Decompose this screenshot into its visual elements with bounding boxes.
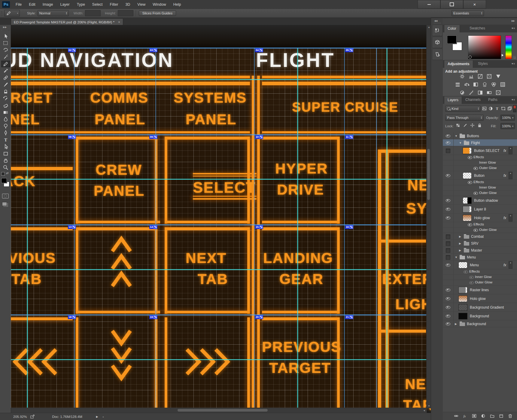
layer-row-outer-glow[interactable]: Outer Glow xyxy=(443,280,517,286)
visibility-cell[interactable] xyxy=(443,185,454,190)
effect-eye-icon[interactable] xyxy=(473,192,478,195)
visibility-cell[interactable] xyxy=(443,228,454,233)
visibility-checkbox[interactable] xyxy=(446,255,450,260)
tab-paths[interactable]: Paths xyxy=(485,96,501,104)
effect-eye-icon[interactable] xyxy=(473,167,478,170)
default-colors-icon[interactable]: ⇄ xyxy=(6,171,8,175)
layer-thumbnail[interactable] xyxy=(463,197,472,204)
new-adjustment-button[interactable] xyxy=(481,413,486,418)
menu-select[interactable]: Select xyxy=(89,0,106,9)
layer-thumbnail[interactable] xyxy=(458,304,467,311)
group-collapsed-icon[interactable]: ▶ xyxy=(459,249,461,252)
path-select-tool[interactable] xyxy=(1,144,10,150)
zoom-tool[interactable] xyxy=(1,164,10,171)
type-tool[interactable]: T xyxy=(1,137,10,143)
layer-style-fx-badge[interactable]: fx xyxy=(503,263,506,267)
visibility-eye-icon[interactable] xyxy=(446,134,450,137)
visibility-cell[interactable] xyxy=(443,240,454,246)
menu-type[interactable]: Type xyxy=(73,0,89,9)
layer-style-fx-badge[interactable]: fx xyxy=(503,149,506,153)
layer-row-button-shadow[interactable]: Button shadow xyxy=(443,196,517,205)
visibility-cell[interactable] xyxy=(443,269,454,274)
tab-adjustments[interactable]: Adjustments xyxy=(444,60,473,68)
guide-horizontal[interactable] xyxy=(11,359,426,360)
horizontal-scrollbar[interactable]: ◄ xyxy=(11,408,427,413)
visibility-eye-icon[interactable] xyxy=(446,199,450,202)
panel-menu-icon[interactable]: ▾≡ xyxy=(512,27,515,30)
effects-eye-icon[interactable] xyxy=(468,156,472,159)
visibility-eye-icon[interactable] xyxy=(446,322,450,325)
tab-close-icon[interactable]: × xyxy=(118,20,120,24)
tab-swatches[interactable]: Swatches xyxy=(466,25,488,32)
menu-image[interactable]: Image xyxy=(39,0,57,9)
visibility-checkbox[interactable] xyxy=(446,241,450,246)
scroll-down-icon[interactable]: ▼ xyxy=(428,405,430,407)
group-collapsed-icon[interactable]: ▶ xyxy=(455,323,457,325)
minimize-button[interactable] xyxy=(418,0,440,9)
new-group-button[interactable] xyxy=(490,413,495,418)
new-layer-button[interactable] xyxy=(499,413,504,418)
layer-row-outer-glow[interactable]: Outer Glow xyxy=(443,228,517,233)
collapse-left-icon[interactable]: ◀◀ xyxy=(434,20,437,22)
layer-style-fx-badge[interactable]: fx xyxy=(503,216,506,220)
slice-tool[interactable] xyxy=(1,61,10,67)
lock-position-button[interactable] xyxy=(470,123,475,128)
visibility-cell[interactable] xyxy=(443,191,454,196)
doc-size[interactable]: Doc: 1.76M/128.4M xyxy=(52,415,82,418)
color-lookup-adjustment[interactable] xyxy=(499,81,506,88)
effect-eye-icon[interactable] xyxy=(469,276,474,279)
menu-file[interactable]: File xyxy=(12,0,25,9)
layer-row-layer-8[interactable]: Layer 8 xyxy=(443,205,517,213)
group-expanded-icon[interactable]: ▼ xyxy=(455,135,458,137)
slices-from-guides-button[interactable]: Slices From Guides xyxy=(139,11,176,16)
opacity-value[interactable]: 100%▾ xyxy=(500,115,515,121)
group-expanded-icon[interactable]: ▼ xyxy=(459,142,462,144)
vertical-scroll-thumb[interactable] xyxy=(427,149,430,200)
blur-tool[interactable] xyxy=(1,116,10,122)
photo-filter-adjustment[interactable] xyxy=(481,81,488,88)
guide-horizontal[interactable] xyxy=(11,79,426,80)
visibility-eye-icon[interactable] xyxy=(446,264,450,267)
visibility-checkbox[interactable] xyxy=(446,234,450,239)
status-arrow-icon[interactable]: ▶ xyxy=(96,415,98,418)
layer-row-holo-glow[interactable]: Holo glowfx▲ xyxy=(443,213,517,222)
visibility-cell[interactable] xyxy=(443,261,454,269)
pen-tool[interactable] xyxy=(1,130,10,136)
history-brush-tool[interactable] xyxy=(1,95,10,102)
posterize-adjustment[interactable] xyxy=(467,89,475,96)
layer-row-button[interactable]: Buttonfx▲ xyxy=(443,171,517,180)
threshold-adjustment[interactable] xyxy=(476,89,484,96)
layer-row-background-gradient[interactable]: Background Gradient xyxy=(443,303,517,312)
layer-group-srv[interactable]: ▶SRV xyxy=(443,240,517,247)
exposure-adjustment[interactable] xyxy=(485,73,493,80)
visibility-cell[interactable] xyxy=(443,286,454,294)
visibility-cell[interactable] xyxy=(443,303,454,311)
black-white-adjustment[interactable] xyxy=(472,81,479,88)
layer-group-master[interactable]: ▶Master xyxy=(443,247,517,254)
visibility-cell[interactable] xyxy=(443,312,454,320)
levels-adjustment[interactable] xyxy=(467,73,475,80)
visibility-cell[interactable] xyxy=(443,180,454,185)
guide-vertical[interactable] xyxy=(297,48,298,408)
quick-mask-button[interactable] xyxy=(2,194,9,198)
visibility-cell[interactable] xyxy=(443,155,454,160)
shape-filter-button[interactable] xyxy=(501,106,506,111)
effect-eye-icon[interactable] xyxy=(473,229,478,232)
visibility-eye-icon[interactable] xyxy=(446,315,450,318)
color-balance-adjustment[interactable] xyxy=(463,81,470,88)
canvas-area[interactable]: HUD NAVIGATIONFLIGHTTARGETPANELCOMMSPANE… xyxy=(11,25,431,413)
visibility-checkbox[interactable] xyxy=(446,248,450,253)
effects-eye-icon[interactable] xyxy=(464,270,468,273)
guide-horizontal[interactable] xyxy=(11,179,426,180)
blend-mode-select[interactable]: Pass Through ▴▾ xyxy=(445,115,484,121)
healing-tool[interactable] xyxy=(1,74,10,81)
visibility-cell[interactable] xyxy=(443,213,454,222)
share-icon[interactable] xyxy=(30,415,35,419)
layer-row-holo-glow[interactable]: Holo glow xyxy=(443,294,517,303)
horizontal-scroll-thumb[interactable] xyxy=(178,409,268,412)
layer-row-inner-glow[interactable]: Inner Glow xyxy=(443,275,517,280)
menu-help[interactable]: Help xyxy=(170,0,185,9)
visibility-eye-icon[interactable] xyxy=(446,216,450,219)
layer-group-combat[interactable]: ▶Combat xyxy=(443,233,517,240)
hue-slider-arrow[interactable] xyxy=(502,54,503,56)
